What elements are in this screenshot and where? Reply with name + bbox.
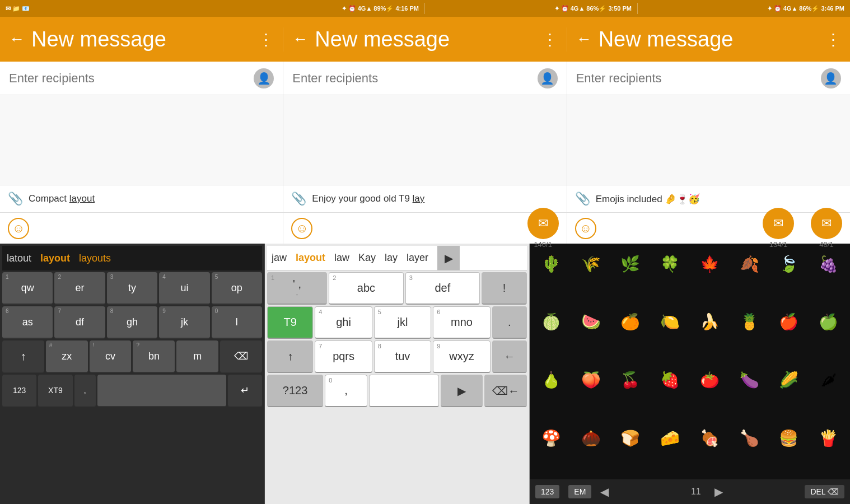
contact-icon-3[interactable]: 👤 [821,68,841,88]
t9-key-5[interactable]: 5jkl [374,306,431,339]
suggestion-1[interactable]: latout [7,253,31,264]
t9-key-4[interactable]: 4ghi [315,306,372,339]
key-er[interactable]: 2er [54,272,105,305]
emoji-cactus[interactable]: 🌵 [532,246,571,282]
t9-key-2[interactable]: 2abc [329,272,403,305]
t9-suggestion-jaw[interactable]: jaw [272,252,287,264]
key-space-1[interactable] [97,375,226,407]
t9-del[interactable]: ⌫← [484,375,527,407]
send-button-2[interactable]: ✉ [763,208,794,239]
t9-key-excl[interactable]: ! [482,272,527,305]
emoji-corn[interactable]: 🌽 [770,362,809,398]
t9-key-7[interactable]: 7pqrs [315,340,372,373]
paperclip-icon-3[interactable]: 📎 [575,192,590,206]
key-l[interactable]: 0l [212,306,262,339]
emoji-melon[interactable]: 🍈 [532,304,571,340]
suggestion-2-active[interactable]: layout [40,253,70,264]
t9-suggestion-layout-active[interactable]: layout [296,252,325,264]
emoji-orange[interactable]: 🍊 [611,304,650,340]
key-xt9[interactable]: XT9 [38,375,72,407]
t9-key-3[interactable]: 3def [405,272,480,305]
emoji-clover[interactable]: 🍀 [651,246,689,282]
smiley-button-1[interactable]: ☺ [8,218,29,239]
t9-key-sym[interactable]: 1' ,- [267,272,327,305]
emoji-pear[interactable]: 🍐 [532,362,571,398]
key-bn[interactable]: ?bn [133,340,175,373]
more-button-1[interactable]: ⋮ [258,30,274,49]
smiley-button-2[interactable]: ☺ [291,218,312,239]
t9-suggestion-law[interactable]: law [334,252,349,264]
t9-shift[interactable]: ↑ [267,340,313,373]
t9-suggestion-lay[interactable]: lay [385,252,398,264]
t9-backspace[interactable]: ← [492,340,527,373]
more-button-2[interactable]: ⋮ [542,30,558,49]
back-button-1[interactable]: ← [9,30,25,48]
emoji-cherries[interactable]: 🍒 [611,362,650,398]
emoji-herb[interactable]: 🌿 [611,246,650,282]
emoji-apple-red[interactable]: 🍎 [770,304,809,340]
message-body-1[interactable] [0,95,283,185]
emoji-tomato[interactable]: 🍅 [690,362,729,398]
key-gh[interactable]: 8gh [107,306,157,339]
emoji-cheese[interactable]: 🧀 [651,420,689,456]
t9-suggestion-layer[interactable]: layer [407,252,428,264]
t9-suggestion-kay[interactable]: Kay [358,252,376,264]
emoji-maple[interactable]: 🍁 [690,246,729,282]
key-as[interactable]: 6as [2,306,53,339]
recipient-input-2[interactable] [292,71,530,86]
emoji-fallen-leaf[interactable]: 🍂 [730,246,769,282]
key-123[interactable]: 123 [2,375,36,407]
key-ty[interactable]: 3ty [107,272,157,305]
key-cv[interactable]: !cv [90,340,132,373]
t9-suggestion-next[interactable]: ▶ [437,246,460,270]
suggestion-3[interactable]: layouts [79,253,111,264]
key-shift[interactable]: ↑ [2,340,44,373]
emoji-leaf[interactable]: 🍃 [770,246,809,282]
emoji-meat[interactable]: 🍖 [690,420,729,456]
key-op[interactable]: 5op [212,272,262,305]
key-comma[interactable]: , [74,375,96,407]
emoji-lemon[interactable]: 🍋 [651,304,689,340]
t9-key-period[interactable]: . [492,306,527,339]
emoji-bread[interactable]: 🍞 [611,420,650,456]
paperclip-icon-1[interactable]: 📎 [8,192,23,206]
t9-key-8[interactable]: 8tuv [374,340,431,373]
key-backspace[interactable]: ⌫ [220,340,262,373]
t9-mode-btn[interactable]: T9 [267,306,313,339]
t9-num-mode[interactable]: ?123 [267,375,323,407]
emoji-fries[interactable]: 🍟 [809,420,848,456]
key-zx[interactable]: #zx [46,340,88,373]
emoji-123-btn[interactable]: 123 [535,485,559,498]
t9-next[interactable]: ▶ [441,375,483,407]
back-button-3[interactable]: ← [576,30,592,48]
emoji-burger[interactable]: 🍔 [770,420,809,456]
t9-key-0-comma[interactable]: 0, [325,375,367,407]
message-body-3[interactable] [567,95,850,185]
send-button-1[interactable]: ✉ [527,208,559,239]
emoji-peach[interactable]: 🍑 [572,362,610,398]
key-enter-1[interactable]: ↵ [228,375,262,407]
emoji-next-btn[interactable]: ▶ [714,485,723,498]
more-button-3[interactable]: ⋮ [825,30,841,49]
t9-space[interactable] [369,375,439,407]
t9-key-9[interactable]: 9wxyz [433,340,490,373]
smiley-button-3[interactable]: ☺ [575,218,596,239]
recipient-input-1[interactable] [9,71,247,86]
emoji-watermelon[interactable]: 🍉 [572,304,610,340]
emoji-mushroom[interactable]: 🍄 [532,420,571,456]
emoji-sheaf[interactable]: 🌾 [572,246,610,282]
send-button-3[interactable]: ✉ [811,208,842,239]
key-m[interactable]: m [176,340,218,373]
emoji-eggplant[interactable]: 🍆 [730,362,769,398]
key-qw[interactable]: 1qw [2,272,53,305]
emoji-banana[interactable]: 🍌 [690,304,729,340]
contact-icon-2[interactable]: 👤 [538,68,558,88]
key-df[interactable]: 7df [54,306,105,339]
key-jk[interactable]: 9jk [159,306,209,339]
emoji-prev-btn[interactable]: ◀ [600,485,609,498]
emoji-apple-green[interactable]: 🍏 [809,304,848,340]
t9-key-6[interactable]: 6mno [433,306,490,339]
emoji-chicken[interactable]: 🍗 [730,420,769,456]
emoji-del-btn[interactable]: DEL ⌫ [805,485,844,498]
key-ui[interactable]: 4ui [159,272,209,305]
